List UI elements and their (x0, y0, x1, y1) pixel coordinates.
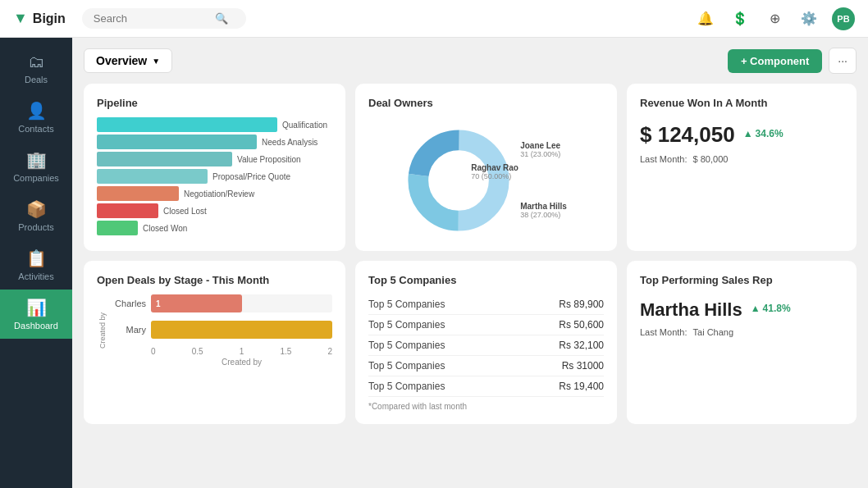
sidebar: 🗂 Deals 👤 Contacts 🏢 Companies 📦 Product… (0, 38, 72, 488)
compare-note: *Compared with last month (368, 402, 604, 411)
top-rep-title: Top Performing Sales Rep (640, 274, 843, 286)
y-label-area: Created by (97, 294, 108, 367)
company-name: Top 5 Companies (368, 376, 517, 397)
x-tick-0: 0 (151, 347, 156, 356)
funnel-bar-0 (97, 117, 277, 132)
y-axis-label: Created by (98, 312, 107, 349)
activities-icon: 📋 (26, 249, 47, 268)
overview-button[interactable]: Overview ▼ (84, 48, 172, 73)
funnel-row: Negotiation/Review (97, 186, 254, 201)
pipeline-card: Pipeline Qualification Needs Analysis Va… (84, 84, 345, 251)
sidebar-item-deals[interactable]: 🗂 Deals (0, 44, 72, 93)
sidebar-label-deals: Deals (25, 75, 48, 84)
up-arrow-icon: ▲ (743, 128, 753, 139)
revenue-last-month: Last Month: $ 80,000 (640, 154, 843, 164)
top-rep-card: Top Performing Sales Rep Martha Hills ▲ … (627, 261, 857, 424)
funnel-bar-1 (97, 135, 257, 149)
x-tick-1: 1 (240, 347, 244, 356)
funnel-bar-2 (97, 152, 232, 166)
sidebar-item-products[interactable]: 📦 Products (0, 191, 72, 240)
add-component-button[interactable]: + Component (728, 49, 822, 73)
company-value: Rs 89,900 (517, 294, 604, 315)
table-row: Top 5 CompaniesRs 31000 (368, 356, 604, 376)
page-header: Overview ▼ + Component ··· (84, 48, 857, 74)
sidebar-item-dashboard[interactable]: 📊 Dashboard (0, 290, 72, 339)
bar-mary (151, 321, 332, 339)
rep-last-month: Last Month: Tai Chang (640, 327, 843, 337)
funnel-label-0: Qualification (282, 121, 327, 130)
deal-owners-title: Deal Owners (368, 97, 604, 109)
funnel-bar-3 (97, 169, 208, 184)
app-name: Bigin (33, 11, 66, 26)
logo-area: ▼ Bigin (13, 10, 66, 27)
x-tick-2: 2 (327, 347, 332, 356)
bell-icon[interactable]: 🔔 (694, 7, 717, 30)
overview-label: Overview (96, 54, 147, 67)
funnel-bar-wrap (97, 152, 232, 166)
search-input[interactable] (94, 12, 208, 25)
sidebar-label-activities: Activities (18, 271, 53, 281)
pipeline-title: Pipeline (97, 97, 332, 109)
rep-change: ▲ 41.8% (751, 303, 791, 314)
funnel-label-1: Needs Analysis (262, 138, 318, 147)
sidebar-item-companies[interactable]: 🏢 Companies (0, 142, 72, 191)
top5-title: Top 5 Companies (368, 274, 604, 286)
funnel-bar-wrap (97, 135, 257, 149)
donut-label-martha: Martha Hills38 (27.00%) (520, 202, 567, 219)
donut-label-joane: Joane Lee31 (23.00%) (520, 141, 567, 158)
gear-icon[interactable]: ⚙️ (797, 7, 820, 30)
sidebar-label-products: Products (18, 222, 53, 232)
donut-chart-area: Joane Lee31 (23.00%) Raghav Rao70 (50.00… (368, 122, 604, 238)
products-icon: 📦 (26, 199, 47, 219)
funnel-row: Qualification (97, 117, 327, 132)
revenue-row: $ 124,050 ▲ 34.6% (640, 117, 843, 149)
bar-row-charles: Charles 1 (110, 294, 332, 312)
top5-card: Top 5 Companies Top 5 CompaniesRs 89,900… (355, 261, 617, 424)
funnel-label-2: Value Proposition (237, 155, 301, 164)
dashboard-icon: 📊 (26, 298, 47, 317)
main-layout: 🗂 Deals 👤 Contacts 🏢 Companies 📦 Product… (0, 38, 868, 488)
x-tick-05: 0.5 (192, 347, 203, 356)
revenue-amount: $ 124,050 (640, 122, 735, 148)
sidebar-item-contacts[interactable]: 👤 Contacts (0, 93, 72, 142)
funnel-label-3: Proposal/Price Quote (212, 172, 290, 181)
funnel-bar-wrap (97, 117, 277, 132)
x-axis-label: Created by (110, 358, 332, 367)
logo-icon: ▼ (13, 10, 28, 27)
x-tick-15: 1.5 (280, 347, 291, 356)
funnel-bar-wrap (97, 203, 158, 218)
deals-icon: 🗂 (28, 52, 44, 71)
funnel-bar-4 (97, 186, 179, 201)
bar-label-mary: Mary (110, 325, 146, 335)
funnel-chart: Qualification Needs Analysis Value Propo… (97, 117, 332, 238)
search-icon: 🔍 (215, 12, 228, 25)
search-bar[interactable]: 🔍 (82, 8, 246, 29)
dashboard-grid: Pipeline Qualification Needs Analysis Va… (84, 84, 857, 424)
dollar-icon[interactable]: 💲 (729, 7, 752, 30)
company-name: Top 5 Companies (368, 294, 517, 315)
funnel-bar-6 (97, 221, 138, 235)
sidebar-label-dashboard: Dashboard (14, 321, 58, 331)
company-value: Rs 31000 (517, 356, 604, 376)
plus-circle-icon[interactable]: ⊕ (763, 7, 786, 30)
funnel-row: Needs Analysis (97, 135, 318, 149)
avatar[interactable]: PB (832, 7, 855, 30)
x-axis: 0 0.5 1 1.5 2 (110, 347, 332, 356)
donut-label-raghav: Raghav Rao70 (50.00%) (471, 163, 567, 180)
table-row: Top 5 CompaniesRs 50,600 (368, 315, 604, 335)
rep-name: Martha Hills (640, 299, 742, 321)
revenue-title: Revenue Won In A Month (640, 97, 843, 109)
open-deals-title: Open Deals by Stage - This Month (97, 274, 332, 286)
topbar: ▼ Bigin 🔍 🔔 💲 ⊕ ⚙️ PB (0, 0, 868, 38)
sidebar-label-companies: Companies (13, 173, 59, 183)
table-row: Top 5 CompaniesRs 89,900 (368, 294, 604, 315)
rep-row: Martha Hills ▲ 41.8% (640, 294, 843, 322)
more-options-button[interactable]: ··· (829, 48, 857, 74)
revenue-last-label: Last Month: (640, 154, 687, 164)
sidebar-item-activities[interactable]: 📋 Activities (0, 240, 72, 290)
company-value: Rs 32,100 (517, 335, 604, 356)
funnel-bar-wrap (97, 221, 138, 235)
header-actions: + Component ··· (728, 48, 857, 74)
bar-chart-area: Charles 1 Mary 0 (110, 294, 332, 367)
rep-change-value: 41.8% (763, 303, 791, 314)
